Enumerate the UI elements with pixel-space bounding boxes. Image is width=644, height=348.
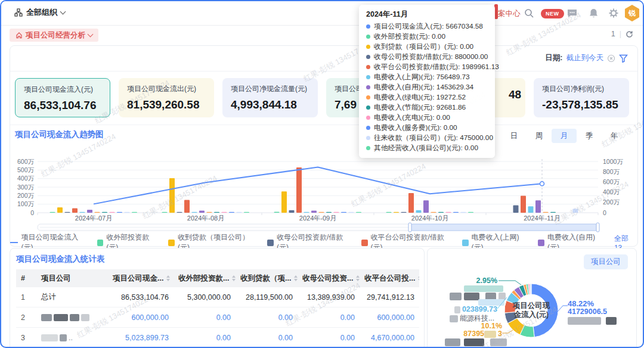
period-tab-月[interactable]: 月 bbox=[552, 129, 577, 143]
org-selector[interactable]: 全部组织 bbox=[14, 7, 65, 18]
redacted-name bbox=[464, 293, 479, 300]
donut-chart[interactable] bbox=[487, 266, 582, 348]
series-dot bbox=[366, 65, 370, 69]
date-filter-label: 日期: bbox=[545, 53, 562, 63]
donut-slice[interactable] bbox=[531, 284, 558, 337]
tooltip-item: 电费收入(上网)(元): 756489.73 bbox=[366, 72, 488, 82]
trend-chart[interactable]: 600万500万400万300万200万100万01000万800万600万40… bbox=[15, 148, 624, 238]
svg-text:2024年-07月: 2024年-07月 bbox=[75, 215, 112, 222]
svg-text:400万: 400万 bbox=[603, 188, 620, 195]
search-icon[interactable] bbox=[524, 8, 534, 18]
column-header: # bbox=[16, 269, 36, 287]
column-header[interactable]: 收到贷款（项... bbox=[236, 269, 298, 287]
chevron-down-icon bbox=[60, 9, 66, 15]
table-row[interactable]: 3..5,023,899.730.000.000.004,670,000.00 bbox=[16, 328, 419, 348]
tooltip-item: 项目公司现金流入(元): 5667034.58 bbox=[366, 21, 488, 32]
redacted-name bbox=[450, 293, 462, 300]
bar-series[interactable] bbox=[80, 206, 534, 213]
datazoom-window[interactable] bbox=[410, 224, 598, 231]
kpi-card[interactable]: 项目公司净利润(元)-23,578,135.85 bbox=[534, 78, 629, 117]
redacted-name bbox=[445, 338, 460, 346]
redacted-name bbox=[464, 338, 484, 346]
sort-icon[interactable] bbox=[356, 275, 360, 281]
top-bar: 全部组织 案中心 NEW 锐 bbox=[1, 1, 643, 26]
org-label: 全部组织 bbox=[26, 7, 57, 18]
stat-table-panel: 项目公司现金流入统计表 #项目公司项目公司现金...收外部投资款...收到贷款（… bbox=[10, 248, 425, 348]
tooltip-item: 其他经营收入(项目公司)(元): 0.00 bbox=[366, 143, 488, 153]
sort-icon[interactable] bbox=[166, 275, 170, 281]
sort-icon[interactable] bbox=[294, 275, 298, 281]
project-filter-button[interactable]: 项目公司 bbox=[584, 254, 628, 269]
tooltip-item: 电费收入(自用)(元): 1453629.34 bbox=[366, 82, 488, 92]
svg-text:400万: 400万 bbox=[17, 175, 35, 182]
svg-text:2024年-09月: 2024年-09月 bbox=[299, 215, 336, 222]
period-tab-日[interactable]: 日 bbox=[501, 129, 527, 143]
series-dot bbox=[366, 116, 370, 120]
analysis-panel: 日期: 截止到今天 项目公司现金流入(元)86,533,104.76项目公司现金… bbox=[10, 45, 638, 247]
kpi-card[interactable]: 项目公司净现金流量(元)4,993,844.18 bbox=[222, 78, 318, 117]
svg-text:0: 0 bbox=[603, 209, 606, 216]
kpi-card[interactable]: 项目公司现金流入(元)86,533,104.76 bbox=[15, 78, 110, 117]
tooltip-item: 收到贷款（项目公司）(元): 0.00 bbox=[366, 42, 488, 52]
gear-icon[interactable] bbox=[608, 8, 619, 18]
chat-icon[interactable] bbox=[566, 8, 578, 18]
hover-point[interactable] bbox=[540, 182, 544, 186]
divider bbox=[10, 125, 637, 125]
tab-label: 项目公司经营分析 bbox=[26, 30, 85, 41]
kpi-card[interactable]: 项目公司现金流出(元)81,539,260.58 bbox=[119, 78, 214, 117]
svg-text:200万: 200万 bbox=[17, 192, 35, 199]
donut-slice[interactable] bbox=[530, 284, 531, 294]
divider: | bbox=[620, 30, 621, 38]
table-row[interactable]: 1总计86,533,104.765,300,000.0028,119,500.0… bbox=[16, 287, 419, 307]
kpi-value: 4,993,844.18 bbox=[231, 98, 309, 111]
bar-series[interactable] bbox=[72, 167, 526, 213]
datazoom-handle-right[interactable] bbox=[596, 223, 599, 232]
menu-item-doc-center[interactable]: 案中心 bbox=[498, 9, 521, 19]
bell-icon[interactable] bbox=[589, 8, 599, 18]
date-filter-value[interactable]: 截止到今天 bbox=[566, 53, 604, 63]
bar-series[interactable] bbox=[87, 200, 541, 213]
legend-square-marker bbox=[97, 240, 104, 246]
svg-text:200万: 200万 bbox=[603, 198, 620, 206]
label-connector bbox=[499, 281, 521, 285]
legend-square-marker bbox=[361, 240, 368, 246]
tab-bar: 项目公司经营分析 1 | bbox=[1, 26, 643, 45]
datazoom-handle-left[interactable] bbox=[408, 223, 411, 232]
column-header[interactable]: 收母公司投资... bbox=[298, 269, 360, 287]
kpi-label: 项目公司现金流入(元) bbox=[24, 85, 101, 95]
svg-text:0: 0 bbox=[30, 209, 34, 216]
series-dot bbox=[366, 136, 370, 140]
legend-square-marker bbox=[267, 240, 274, 246]
kpi-value: -23,578,135.85 bbox=[542, 98, 621, 111]
app-window: 全部组织 案中心 NEW 锐 项目 bbox=[0, 0, 644, 348]
column-header[interactable]: 项目公司现金... bbox=[108, 269, 174, 287]
new-badge[interactable]: NEW bbox=[541, 9, 564, 18]
legend-square-marker bbox=[462, 240, 469, 246]
sort-icon[interactable] bbox=[418, 275, 419, 281]
line-series[interactable] bbox=[94, 167, 542, 204]
tab-analysis[interactable]: 项目公司经营分析 bbox=[10, 29, 98, 42]
avatar[interactable]: 锐 bbox=[624, 5, 640, 21]
tooltip-title: 2024年-11月 bbox=[366, 10, 488, 20]
series-dot bbox=[366, 105, 370, 110]
tooltip-item: 收平台公司投资款/借款(元): 1989961.13 bbox=[366, 62, 488, 72]
sort-icon[interactable] bbox=[232, 275, 236, 281]
svg-text:2024年-10月: 2024年-10月 bbox=[411, 215, 448, 222]
period-tab-周[interactable]: 周 bbox=[527, 129, 552, 143]
column-header[interactable]: 收平台公司投... bbox=[360, 269, 419, 287]
clear-filter-icon[interactable] bbox=[607, 54, 615, 63]
tooltip-item: 电费收入(充电)(元): 0.00 bbox=[366, 113, 488, 123]
filter-funnel-icon[interactable] bbox=[619, 54, 628, 63]
series-dot bbox=[366, 55, 370, 59]
table-row[interactable]: 2600,000.000.000.000.00600,000.00 bbox=[16, 307, 419, 328]
series-dot bbox=[366, 146, 370, 150]
refresh-icon[interactable] bbox=[626, 30, 633, 38]
kpi-label: 项目公司现金流出(元) bbox=[127, 84, 206, 94]
column-header[interactable]: 收外部投资款... bbox=[174, 269, 236, 287]
series-dot bbox=[366, 35, 370, 39]
bar-series[interactable] bbox=[65, 205, 519, 213]
kpi-label: 项目公司净利润(元) bbox=[542, 84, 621, 94]
period-tab-季[interactable]: 季 bbox=[577, 129, 602, 143]
home-icon bbox=[16, 32, 23, 39]
period-tab-年[interactable]: 年 bbox=[602, 129, 627, 143]
